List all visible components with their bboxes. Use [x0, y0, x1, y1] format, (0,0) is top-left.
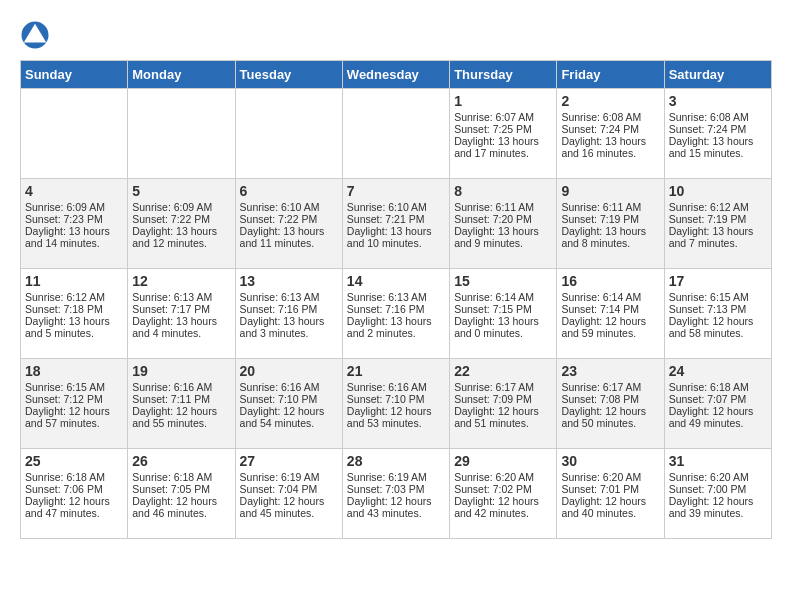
sunset-text: Sunset: 7:11 PM [132, 393, 230, 405]
calendar-cell: 20Sunrise: 6:16 AMSunset: 7:10 PMDayligh… [235, 359, 342, 449]
day-number: 17 [669, 273, 767, 289]
calendar-cell: 11Sunrise: 6:12 AMSunset: 7:18 PMDayligh… [21, 269, 128, 359]
sunset-text: Sunset: 7:10 PM [240, 393, 338, 405]
day-number: 6 [240, 183, 338, 199]
calendar-cell: 7Sunrise: 6:10 AMSunset: 7:21 PMDaylight… [342, 179, 449, 269]
calendar-cell: 21Sunrise: 6:16 AMSunset: 7:10 PMDayligh… [342, 359, 449, 449]
col-header-monday: Monday [128, 61, 235, 89]
day-number: 21 [347, 363, 445, 379]
sunset-text: Sunset: 7:24 PM [561, 123, 659, 135]
sunset-text: Sunset: 7:16 PM [347, 303, 445, 315]
sunset-text: Sunset: 7:20 PM [454, 213, 552, 225]
day-number: 22 [454, 363, 552, 379]
day-number: 30 [561, 453, 659, 469]
sunrise-text: Sunrise: 6:16 AM [132, 381, 230, 393]
day-number: 5 [132, 183, 230, 199]
daylight-text: Daylight: 13 hours and 9 minutes. [454, 225, 552, 249]
calendar-cell: 26Sunrise: 6:18 AMSunset: 7:05 PMDayligh… [128, 449, 235, 539]
calendar-cell: 1Sunrise: 6:07 AMSunset: 7:25 PMDaylight… [450, 89, 557, 179]
day-number: 26 [132, 453, 230, 469]
calendar-cell: 30Sunrise: 6:20 AMSunset: 7:01 PMDayligh… [557, 449, 664, 539]
sunset-text: Sunset: 7:02 PM [454, 483, 552, 495]
week-row-5: 25Sunrise: 6:18 AMSunset: 7:06 PMDayligh… [21, 449, 772, 539]
sunrise-text: Sunrise: 6:11 AM [454, 201, 552, 213]
sunrise-text: Sunrise: 6:10 AM [347, 201, 445, 213]
calendar-cell: 22Sunrise: 6:17 AMSunset: 7:09 PMDayligh… [450, 359, 557, 449]
sunrise-text: Sunrise: 6:16 AM [347, 381, 445, 393]
sunrise-text: Sunrise: 6:18 AM [669, 381, 767, 393]
day-number: 1 [454, 93, 552, 109]
sunset-text: Sunset: 7:15 PM [454, 303, 552, 315]
sunset-text: Sunset: 7:25 PM [454, 123, 552, 135]
sunrise-text: Sunrise: 6:14 AM [561, 291, 659, 303]
daylight-text: Daylight: 13 hours and 14 minutes. [25, 225, 123, 249]
daylight-text: Daylight: 12 hours and 45 minutes. [240, 495, 338, 519]
sunset-text: Sunset: 7:22 PM [132, 213, 230, 225]
sunset-text: Sunset: 7:04 PM [240, 483, 338, 495]
calendar-cell: 2Sunrise: 6:08 AMSunset: 7:24 PMDaylight… [557, 89, 664, 179]
calendar-cell: 31Sunrise: 6:20 AMSunset: 7:00 PMDayligh… [664, 449, 771, 539]
daylight-text: Daylight: 13 hours and 15 minutes. [669, 135, 767, 159]
calendar-cell: 19Sunrise: 6:16 AMSunset: 7:11 PMDayligh… [128, 359, 235, 449]
daylight-text: Daylight: 13 hours and 2 minutes. [347, 315, 445, 339]
day-number: 9 [561, 183, 659, 199]
calendar-cell: 4Sunrise: 6:09 AMSunset: 7:23 PMDaylight… [21, 179, 128, 269]
day-number: 7 [347, 183, 445, 199]
day-number: 2 [561, 93, 659, 109]
sunrise-text: Sunrise: 6:16 AM [240, 381, 338, 393]
calendar-cell [342, 89, 449, 179]
calendar-cell: 17Sunrise: 6:15 AMSunset: 7:13 PMDayligh… [664, 269, 771, 359]
sunrise-text: Sunrise: 6:08 AM [669, 111, 767, 123]
sunset-text: Sunset: 7:18 PM [25, 303, 123, 315]
sunrise-text: Sunrise: 6:15 AM [25, 381, 123, 393]
sunrise-text: Sunrise: 6:19 AM [240, 471, 338, 483]
sunset-text: Sunset: 7:13 PM [669, 303, 767, 315]
daylight-text: Daylight: 12 hours and 43 minutes. [347, 495, 445, 519]
day-number: 29 [454, 453, 552, 469]
sunrise-text: Sunrise: 6:18 AM [132, 471, 230, 483]
daylight-text: Daylight: 12 hours and 54 minutes. [240, 405, 338, 429]
sunset-text: Sunset: 7:07 PM [669, 393, 767, 405]
daylight-text: Daylight: 12 hours and 49 minutes. [669, 405, 767, 429]
daylight-text: Daylight: 13 hours and 0 minutes. [454, 315, 552, 339]
sunrise-text: Sunrise: 6:14 AM [454, 291, 552, 303]
calendar-cell: 10Sunrise: 6:12 AMSunset: 7:19 PMDayligh… [664, 179, 771, 269]
sunrise-text: Sunrise: 6:17 AM [454, 381, 552, 393]
col-header-wednesday: Wednesday [342, 61, 449, 89]
sunset-text: Sunset: 7:12 PM [25, 393, 123, 405]
sunset-text: Sunset: 7:23 PM [25, 213, 123, 225]
day-number: 11 [25, 273, 123, 289]
sunrise-text: Sunrise: 6:08 AM [561, 111, 659, 123]
sunrise-text: Sunrise: 6:07 AM [454, 111, 552, 123]
day-number: 3 [669, 93, 767, 109]
day-number: 16 [561, 273, 659, 289]
day-number: 18 [25, 363, 123, 379]
sunset-text: Sunset: 7:24 PM [669, 123, 767, 135]
day-number: 27 [240, 453, 338, 469]
sunrise-text: Sunrise: 6:11 AM [561, 201, 659, 213]
calendar-cell: 9Sunrise: 6:11 AMSunset: 7:19 PMDaylight… [557, 179, 664, 269]
week-row-2: 4Sunrise: 6:09 AMSunset: 7:23 PMDaylight… [21, 179, 772, 269]
day-number: 14 [347, 273, 445, 289]
sunrise-text: Sunrise: 6:10 AM [240, 201, 338, 213]
sunrise-text: Sunrise: 6:19 AM [347, 471, 445, 483]
sunset-text: Sunset: 7:08 PM [561, 393, 659, 405]
sunset-text: Sunset: 7:19 PM [561, 213, 659, 225]
sunrise-text: Sunrise: 6:13 AM [132, 291, 230, 303]
daylight-text: Daylight: 13 hours and 7 minutes. [669, 225, 767, 249]
daylight-text: Daylight: 12 hours and 55 minutes. [132, 405, 230, 429]
day-number: 10 [669, 183, 767, 199]
col-header-saturday: Saturday [664, 61, 771, 89]
sunset-text: Sunset: 7:05 PM [132, 483, 230, 495]
calendar-cell: 18Sunrise: 6:15 AMSunset: 7:12 PMDayligh… [21, 359, 128, 449]
sunrise-text: Sunrise: 6:12 AM [25, 291, 123, 303]
sunrise-text: Sunrise: 6:09 AM [132, 201, 230, 213]
daylight-text: Daylight: 13 hours and 8 minutes. [561, 225, 659, 249]
calendar-cell: 13Sunrise: 6:13 AMSunset: 7:16 PMDayligh… [235, 269, 342, 359]
calendar-cell: 12Sunrise: 6:13 AMSunset: 7:17 PMDayligh… [128, 269, 235, 359]
sunset-text: Sunset: 7:03 PM [347, 483, 445, 495]
calendar-cell: 16Sunrise: 6:14 AMSunset: 7:14 PMDayligh… [557, 269, 664, 359]
daylight-text: Daylight: 12 hours and 46 minutes. [132, 495, 230, 519]
day-number: 23 [561, 363, 659, 379]
daylight-text: Daylight: 12 hours and 42 minutes. [454, 495, 552, 519]
